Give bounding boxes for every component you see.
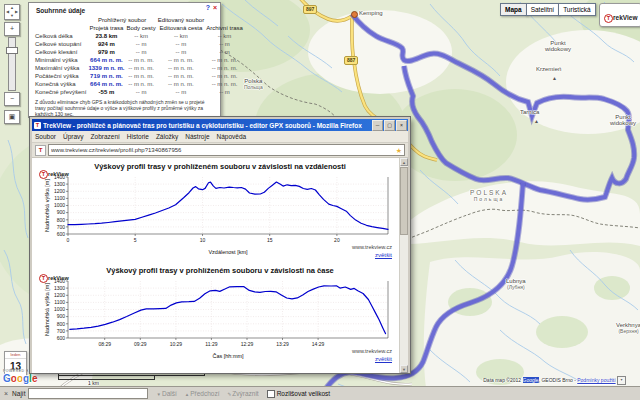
pan-control[interactable]: ▲ ▼ ◀ ▶ — [4, 4, 20, 20]
menu-item-6[interactable]: Nápověda — [217, 133, 247, 140]
svg-text:700: 700 — [57, 224, 66, 230]
svg-text:11:29: 11:29 — [205, 341, 217, 347]
checkbox-icon — [267, 390, 275, 398]
overview-toggle-button[interactable]: ▣ — [4, 110, 20, 124]
table-header-row: Projetá trasaBody cestyEditovaná cestaAr… — [34, 24, 244, 32]
terms-link[interactable]: Podmínky použití — [577, 377, 615, 383]
svg-text:Nadmořská výška [m]: Nadmořská výška [m] — [44, 179, 50, 232]
pan-right-icon[interactable]: ▶ — [15, 10, 18, 14]
chart-title: Výškový profil trasy v prohlíženém soubo… — [32, 262, 408, 275]
window-title: TrekView - prohlížeč a plánovač tras pro… — [43, 122, 371, 129]
urlbar: T www.trekview.cz/trekview/profil.php?13… — [32, 143, 408, 158]
svg-text:Čas [hh:mm]: Čas [hh:mm] — [212, 353, 244, 359]
svg-text:900: 900 — [57, 209, 66, 215]
distance-profile-plot: 6007008009001000110012001300140005101520… — [42, 172, 394, 256]
table-group-header-row: Prohlížený souborEditovaný soubor — [34, 16, 244, 24]
map-type-tourist-button[interactable]: Turistická — [558, 3, 596, 16]
svg-text:800: 800 — [57, 217, 66, 223]
map-label-viewpoint-2: Punkt widokowy — [606, 114, 640, 126]
svg-text:20: 20 — [334, 237, 340, 243]
svg-text:15: 15 — [267, 237, 273, 243]
highlighter-icon: ✎ — [228, 392, 232, 397]
zoom-slider[interactable] — [8, 37, 16, 91]
enlarge-link[interactable]: zvětšit — [375, 252, 392, 258]
peak-icon: ▲ — [534, 119, 539, 124]
trekview-logo-button[interactable]: TrekView — [599, 3, 640, 27]
map-label-viewpoint-1: Punkt widokowy — [541, 40, 575, 52]
highlight-all-button[interactable]: ✎Zvýraznit — [228, 390, 259, 397]
table-row: Konečná výška664 m n. m.-- m n. m.-- m n… — [34, 80, 244, 88]
pan-left-icon[interactable]: ◀ — [6, 10, 9, 14]
svg-text:5: 5 — [134, 237, 137, 243]
find-next-button[interactable]: ▼Další — [156, 390, 176, 397]
panel-help-button[interactable]: ? — [206, 4, 210, 11]
close-button[interactable]: × — [396, 120, 407, 131]
svg-text:1300: 1300 — [54, 285, 65, 291]
zoom-slider-handle[interactable] — [6, 47, 18, 54]
window-favicon-icon: T — [34, 122, 41, 129]
table-row: Počáteční výška719 m n. m.-- m n. m.-- m… — [34, 72, 244, 80]
menu-item-4[interactable]: Záložky — [156, 133, 178, 140]
menubar: SouborÚpravyZobrazeníHistorieZáložkyNást… — [32, 131, 408, 143]
zoom-in-button[interactable]: + — [4, 22, 20, 36]
menu-item-3[interactable]: Historie — [127, 133, 149, 140]
table-row: Minimální výška664 m n. m.-- m n. m.-- m… — [34, 56, 244, 64]
svg-text:1000: 1000 — [54, 202, 65, 208]
svg-text:800: 800 — [57, 321, 66, 327]
enlarge-link[interactable]: zvětšit — [375, 356, 392, 362]
pan-down-icon[interactable]: ▼ — [10, 14, 14, 18]
campsite-marker-icon[interactable] — [351, 11, 358, 18]
pan-up-icon[interactable]: ▲ — [10, 6, 14, 10]
svg-text:600: 600 — [57, 335, 66, 341]
summary-panel: ?× Souhrnné údaje Prohlížený souborEdito… — [28, 2, 221, 118]
bookmark-star-icon[interactable]: ★ — [396, 146, 402, 155]
svg-text:1000: 1000 — [54, 306, 65, 312]
scroll-down-icon[interactable]: ▼ — [400, 365, 408, 373]
maximize-button[interactable]: ▢ — [384, 120, 395, 131]
panel-close-button[interactable]: × — [213, 4, 217, 11]
svg-text:Vzdálenost [km]: Vzdálenost [km] — [208, 249, 248, 255]
down-arrow-icon: ▼ — [156, 392, 160, 397]
site-watermark: www.trekview.cz — [352, 244, 392, 250]
window-titlebar[interactable]: T TrekView - prohlížeč a plánovač tras p… — [32, 119, 408, 131]
map-label-polska-caps: POLSKAПольща — [470, 190, 508, 202]
svg-text:09:29: 09:29 — [134, 341, 147, 347]
menu-item-5[interactable]: Nástroje — [185, 133, 209, 140]
scrollbar-thumb[interactable] — [400, 167, 408, 235]
find-close-icon[interactable]: × — [4, 390, 8, 397]
trekview-logo: TrekView — [39, 162, 69, 180]
vertical-scrollbar[interactable]: ▲ ▼ — [399, 158, 408, 373]
time-profile-chart: TrekView Výškový profil trasy v prohlíže… — [32, 262, 408, 366]
map-label-polska-border: PolskaПольща — [244, 78, 263, 90]
site-favicon-icon: T — [35, 145, 46, 156]
find-input[interactable] — [28, 388, 148, 399]
table-row: Celkové stoupání924 m-- m-- m-- m — [34, 40, 244, 48]
up-arrow-icon: ▲ — [185, 392, 189, 397]
map-type-mapa-button[interactable]: Mapa — [500, 3, 527, 16]
map-label-kemping: Kemping — [359, 10, 383, 16]
map-label-lubnya: Lubnya(Лубня) — [506, 278, 526, 290]
menu-item-0[interactable]: Soubor — [35, 133, 56, 140]
table-row: Konečné převýšení-55 m-- m-- m-- m — [34, 88, 244, 96]
zoom-out-button[interactable]: − — [4, 92, 20, 106]
map-label-tarnica: Tarnica — [520, 109, 539, 115]
scroll-up-icon[interactable]: ▲ — [400, 158, 408, 166]
minimize-button[interactable]: ─ — [372, 120, 383, 131]
menu-item-1[interactable]: Úpravy — [63, 133, 84, 140]
menu-item-2[interactable]: Zobrazení — [91, 133, 120, 140]
road-shield-897: 897 — [303, 5, 317, 14]
map-navigation-control: ▲ ▼ ◀ ▶ + − ▣ — [4, 4, 22, 125]
url-text: www.trekview.cz/trekview/profil.php?1340… — [51, 147, 396, 153]
find-previous-button[interactable]: ▲Předchozí — [185, 390, 220, 397]
find-highlight: Google — [523, 377, 539, 383]
svg-text:13:29: 13:29 — [276, 341, 289, 347]
attribution-toggle-button[interactable]: ▾ — [617, 376, 626, 385]
panel-title: Souhrnné údaje — [29, 3, 220, 16]
svg-text:1200: 1200 — [54, 188, 65, 194]
map-type-satellite-button[interactable]: Satelitní — [526, 3, 560, 16]
url-input[interactable]: www.trekview.cz/trekview/profil.php?1340… — [48, 144, 405, 156]
map-label-krzemien: Krzemień — [536, 66, 561, 72]
match-case-checkbox[interactable]: Rozlišovat velikost — [267, 390, 330, 398]
peak-icon: ▲ — [552, 76, 557, 81]
screen: Kemping Punkt widokowy Krzemień ▲ Tarnic… — [0, 0, 640, 400]
